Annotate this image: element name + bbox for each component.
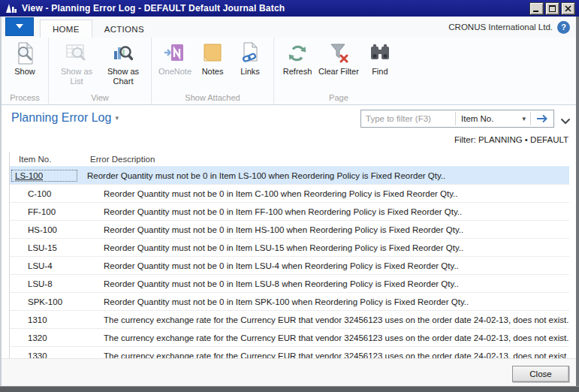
filter-column-select[interactable]: Item No. ▾: [456, 114, 530, 123]
table-row[interactable]: SPK-100Reorder Quantity must not be 0 in…: [10, 292, 569, 310]
error-description-cell: Reorder Quantity must not be 0 in Item L…: [94, 261, 459, 270]
show-button[interactable]: Show: [6, 40, 44, 78]
notes-icon: [201, 41, 225, 65]
filter-info-label: Filter: PLANNING • DEFAULT: [454, 135, 568, 144]
company-name: CRONUS International Ltd.: [448, 23, 557, 32]
show-as-chart-label: Show as Chart: [102, 67, 144, 86]
item-no-cell[interactable]: FF-100: [10, 207, 94, 216]
refresh-button[interactable]: Refresh: [279, 40, 316, 78]
table-row[interactable]: LSU-15Reorder Quantity must not be 0 in …: [10, 238, 569, 256]
ribbon-group-show-attached: OneNote Notes Links: [152, 38, 274, 104]
clear-filter-icon: [327, 41, 351, 65]
item-no-cell[interactable]: 1310: [10, 315, 94, 324]
onenote-icon: [163, 41, 187, 65]
window-right-edge: [576, 17, 579, 386]
close-button[interactable]: Close: [512, 366, 569, 382]
minimize-button[interactable]: [529, 2, 544, 15]
apply-filter-button[interactable]: [531, 110, 553, 127]
table-row[interactable]: C-100Reorder Quantity must not be 0 in I…: [10, 184, 569, 202]
column-header-item-no[interactable]: Item No.: [10, 155, 85, 164]
item-no-cell[interactable]: LSU-4: [10, 261, 94, 270]
table-row[interactable]: 1310The currency exchange rate for the C…: [10, 310, 569, 328]
item-no-cell[interactable]: SPK-100: [10, 297, 94, 306]
show-as-chart-icon: [111, 41, 135, 65]
collapse-page-chevron[interactable]: [560, 114, 571, 128]
page-title[interactable]: Planning Error Log▾: [11, 111, 119, 125]
title-bar: View - Planning Error Log - DEFAULT Defa…: [0, 0, 579, 17]
ribbon-group-process: Show Process: [2, 38, 49, 104]
group-label-process: Process: [2, 93, 48, 102]
show-label: Show: [14, 67, 35, 77]
tab-home[interactable]: HOME: [40, 20, 92, 38]
page-title-caret-icon: ▾: [115, 114, 119, 122]
window-bottom-edge: [0, 386, 579, 392]
item-no-cell[interactable]: LSU-15: [10, 243, 94, 252]
group-label-show-attached: Show Attached: [152, 93, 273, 102]
error-description-cell: Reorder Quantity must not be 0 in Item L…: [77, 171, 445, 180]
table-row[interactable]: LSU-4Reorder Quantity must not be 0 in I…: [10, 256, 569, 274]
show-as-list-button[interactable]: Show as List: [53, 40, 100, 88]
onenote-label: OneNote: [158, 67, 191, 77]
table-row[interactable]: HS-100Reorder Quantity must not be 0 in …: [10, 220, 569, 238]
app-window: View - Planning Error Log - DEFAULT Defa…: [0, 0, 579, 392]
filter-input[interactable]: [361, 114, 455, 123]
menu-caret-icon: [16, 24, 23, 29]
table-row[interactable]: LSU-8Reorder Quantity must not be 0 in I…: [10, 274, 569, 292]
help-icon[interactable]: ?: [557, 21, 570, 34]
find-button[interactable]: Find: [361, 40, 399, 78]
tab-actions[interactable]: ACTIONS: [92, 20, 156, 38]
table-row[interactable]: 1320The currency exchange rate for the C…: [10, 328, 569, 346]
error-description-cell: Reorder Quantity must not be 0 in Item H…: [94, 225, 463, 234]
refresh-label: Refresh: [283, 67, 312, 77]
error-log-table: Item No. Error Description LS-100Reorder…: [9, 152, 569, 364]
table-row[interactable]: LS-100Reorder Quantity must not be 0 in …: [10, 166, 569, 184]
show-as-list-label: Show as List: [56, 67, 98, 86]
clear-filter-button[interactable]: Clear Filter: [316, 40, 361, 78]
ribbon-group-page: Refresh Clear Filter: [274, 38, 403, 104]
links-icon: [238, 41, 262, 65]
filter-column-caret-icon: ▾: [522, 115, 530, 122]
notes-button[interactable]: Notes: [194, 40, 231, 78]
notes-label: Notes: [202, 67, 224, 77]
window-title: View - Planning Error Log - DEFAULT Defa…: [22, 3, 285, 14]
onenote-button[interactable]: OneNote: [156, 40, 194, 78]
item-no-cell[interactable]: C-100: [10, 189, 94, 198]
footer-bar: Close: [2, 358, 576, 386]
links-button[interactable]: Links: [231, 40, 269, 78]
show-as-chart-button[interactable]: Show as Chart: [100, 40, 146, 88]
error-description-cell: The currency exchange rate for the Curre…: [94, 333, 568, 342]
application-menu-button[interactable]: [5, 17, 34, 36]
group-label-view: View: [49, 93, 151, 102]
error-description-cell: The currency exchange rate for the Curre…: [94, 315, 568, 324]
error-description-cell: Reorder Quantity must not be 0 in Item S…: [94, 297, 469, 306]
error-description-cell: Reorder Quantity must not be 0 in Item F…: [94, 207, 462, 216]
page-content: Planning Error Log▾ Item No. ▾: [2, 105, 576, 358]
item-no-cell[interactable]: LS-100: [10, 170, 77, 182]
item-no-cell[interactable]: LSU-8: [10, 279, 94, 288]
clear-filter-label: Clear Filter: [318, 67, 359, 77]
app-logo-icon: [5, 3, 17, 14]
item-no-cell[interactable]: HS-100: [10, 225, 94, 234]
maximize-button[interactable]: [545, 2, 559, 15]
ribbon: Show Process Show as List: [2, 38, 576, 105]
column-header-error-description[interactable]: Error Description: [85, 155, 155, 164]
go-arrow-icon: [536, 114, 548, 123]
error-description-cell: Reorder Quantity must not be 0 in Item L…: [94, 243, 463, 252]
find-icon: [368, 41, 392, 65]
table-body: LS-100Reorder Quantity must not be 0 in …: [10, 166, 569, 364]
table-row[interactable]: FF-100Reorder Quantity must not be 0 in …: [10, 202, 569, 220]
table-header-row: Item No. Error Description: [10, 152, 569, 166]
show-icon: [13, 41, 37, 65]
error-description-cell: Reorder Quantity must not be 0 in Item L…: [94, 279, 459, 288]
chevron-down-icon: [560, 118, 571, 125]
error-description-cell: Reorder Quantity must not be 0 in Item C…: [94, 189, 458, 198]
refresh-icon: [285, 41, 309, 65]
filter-box: Item No. ▾: [360, 110, 554, 128]
minimize-icon: [533, 5, 540, 12]
close-window-button[interactable]: [561, 2, 575, 15]
ribbon-tab-row: HOME ACTIONS CRONUS International Ltd. ?: [2, 17, 576, 38]
find-label: Find: [372, 67, 388, 77]
ribbon-group-view: Show as List Show as Chart View: [49, 38, 152, 104]
links-label: Links: [240, 67, 260, 77]
item-no-cell[interactable]: 1320: [10, 333, 94, 342]
